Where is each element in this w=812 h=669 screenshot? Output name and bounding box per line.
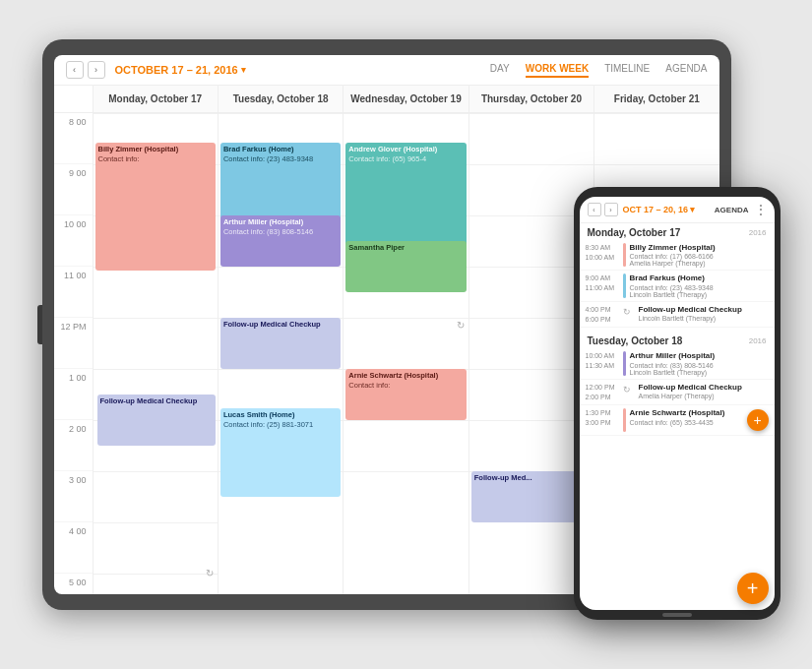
refresh-icon-wed: ↻ — [457, 320, 465, 331]
time-slot-3: 3 00 — [54, 471, 93, 522]
phone-day-name-tuesday: Tuesday, October 18 — [588, 335, 683, 346]
event-title: Follow-up Medical Checkup — [223, 320, 338, 330]
event-title: Billy Zimmer (Hospital) — [98, 145, 213, 154]
day-col-tuesday: Tuesday, October 18 B — [219, 86, 344, 594]
event-followup-mon[interactable]: Follow-up Medical Checkup — [97, 395, 216, 446]
prev-nav-button[interactable]: ‹ — [66, 61, 84, 79]
event-followup-tue[interactable]: Follow-up Medical Checkup — [220, 318, 341, 369]
phone-event-bar — [623, 351, 626, 375]
phone-event-billy-zimmer[interactable]: 8:30 AM 10:00 AM Billy Zimmer (Hospital)… — [580, 240, 775, 271]
day-body-wednesday: Andrew Glover (Hospital) Contact info: (… — [344, 113, 468, 594]
phone-event-time: 10:00 AM 11:30 AM — [586, 351, 619, 371]
event-billy-zimmer-mon[interactable]: Billy Zimmer (Hospital) Contact info: — [95, 143, 216, 271]
phone-event-title: Follow-up Medical Checkup — [639, 305, 769, 315]
event-arnie-schwartz[interactable]: Arnie Schwartz (Hospital) Contact info: — [345, 369, 466, 420]
phone-event-time: 9:00 AM 11:00 AM — [586, 274, 619, 293]
event-title: Arnie Schwartz (Hospital) — [348, 371, 463, 381]
phone-more-button[interactable]: ⋮ — [755, 203, 767, 216]
event-info: Contact info: (25) 881-3071 — [223, 420, 338, 430]
calendar-view-tabs: DAY WORK WEEK TIMELINE AGENDA — [490, 63, 708, 78]
phone-event-detail: Brad Farkus (Home) Contact info: (23) 48… — [630, 274, 769, 297]
event-title: Follow-up Medical Checkup — [100, 396, 213, 406]
day-header-thursday: Thursday, October 20 — [469, 86, 593, 113]
phone-view-tabs: AGENDA — [715, 206, 749, 214]
calendar-date-range: OCTOBER 17 – 21, 2016 — [115, 64, 238, 76]
tab-day[interactable]: DAY — [490, 63, 510, 78]
phone-event-detail: Follow-up Medical Checkup Amelia Harper … — [639, 383, 769, 399]
phone-tab-agenda[interactable]: AGENDA — [715, 206, 749, 214]
phone-calendar-title[interactable]: OCT 17 – 20, 16 ▾ — [623, 205, 696, 214]
tab-timeline[interactable]: TIMELINE — [604, 63, 650, 78]
phone-day-header-tuesday: Tuesday, October 18 2016 — [580, 332, 775, 348]
phone-fab-button[interactable]: + — [737, 573, 769, 604]
refresh-icon-mon: ↻ — [206, 568, 214, 578]
event-info: Contact info: (23) 483-9348 — [223, 154, 338, 164]
phone-day-year-tuesday: 2016 — [749, 336, 767, 345]
phone-event-time: 8:30 AM 10:00 AM — [586, 243, 619, 263]
tab-agenda[interactable]: AGENDA — [665, 63, 707, 78]
scene: ‹ › OCTOBER 17 – 21, 2016 ▾ DAY WORK WEE… — [23, 30, 790, 639]
time-column: 8 00 9 00 10 00 11 00 12 PM 1 00 2 00 3 … — [54, 86, 94, 594]
time-column-header — [54, 86, 93, 113]
phone-event-followup-tue[interactable]: 12:00 PM 2:00 PM ↻ Follow-up Medical Che… — [580, 380, 775, 406]
phone-event-subtitle: Amelia Harper (Therapy) — [639, 393, 769, 399]
time-slot-11: 11 00 — [54, 267, 93, 318]
phone-event-detail: Arthur Miller (Hospital) Contact info: (… — [630, 351, 769, 375]
day-header-friday: Friday, October 21 — [594, 86, 718, 113]
event-info: Contact info: (65) 965-4 — [348, 154, 463, 164]
refresh-icon-phone: ↻ — [623, 307, 631, 317]
tab-workweek[interactable]: WORK WEEK — [526, 63, 589, 78]
phone-event-time: 4:00 PM 6:00 PM — [586, 305, 619, 325]
phone-next-button[interactable]: › — [604, 203, 618, 216]
event-title: Lucas Smith (Home) — [223, 410, 338, 420]
day-header-monday: Monday, October 17 — [94, 86, 218, 113]
event-info: Contact info: (83) 808-5146 — [223, 227, 338, 237]
phone-event-bar — [623, 243, 626, 267]
next-nav-button[interactable]: › — [88, 61, 105, 79]
phone-screen: ‹ › OCT 17 – 20, 16 ▾ AGENDA ⋮ Monday, O… — [580, 197, 775, 610]
phone-event-followup-mon[interactable]: 4:00 PM 6:00 PM ↻ Follow-up Medical Chec… — [580, 302, 775, 329]
day-body-tuesday: Brad Farkus (Home) Contact info: (23) 48… — [219, 113, 343, 594]
phone-event-sub2: Amelia Harper (Therapy) — [630, 260, 769, 267]
phone-event-arthur-miller[interactable]: 10:00 AM 11:30 AM Arthur Miller (Hospita… — [580, 348, 775, 379]
phone-event-bar — [623, 408, 626, 432]
event-title: Arthur Miller (Hospital) — [223, 217, 338, 227]
event-title: Andrew Glover (Hospital) — [348, 145, 463, 154]
time-slot-4: 4 00 — [54, 522, 93, 574]
phone: ‹ › OCT 17 – 20, 16 ▾ AGENDA ⋮ Monday, O… — [574, 187, 781, 620]
phone-event-subtitle: Contact info: (17) 668-6166 — [630, 253, 769, 260]
phone-event-title: Billy Zimmer (Hospital) — [630, 243, 769, 253]
phone-day-name-monday: Monday, October 17 — [588, 227, 681, 238]
calendar-dropdown-icon: ▾ — [241, 65, 246, 75]
phone-calendar-header: ‹ › OCT 17 – 20, 16 ▾ AGENDA ⋮ — [580, 197, 775, 223]
time-slot-12: 12 PM — [54, 318, 93, 369]
calendar-title[interactable]: OCTOBER 17 – 21, 2016 ▾ — [115, 64, 246, 76]
phone-event-arnie-schwartz[interactable]: 1:30 PM 3:00 PM Arnie Schwartz (Hospital… — [580, 405, 775, 436]
phone-prev-button[interactable]: ‹ — [588, 203, 601, 216]
phone-event-subtitle: Contact info: (83) 808-5146 — [630, 362, 769, 369]
phone-agenda: Monday, October 17 2016 8:30 AM 10:00 AM… — [580, 223, 775, 610]
phone-event-brad-farkus[interactable]: 9:00 AM 11:00 AM Brad Farkus (Home) Cont… — [580, 271, 775, 301]
phone-event-title: Arthur Miller (Hospital) — [630, 351, 769, 361]
event-samantha-piper[interactable]: Samantha Piper — [345, 241, 466, 292]
phone-home-button — [662, 613, 692, 617]
phone-event-time: 1:30 PM 3:00 PM — [586, 408, 619, 428]
phone-dropdown-icon: ▾ — [690, 205, 695, 214]
phone-event-sub2: Lincoln Bartlett (Therapy) — [630, 369, 769, 376]
phone-event-time: 12:00 PM 2:00 PM — [586, 383, 619, 402]
phone-event-bar — [623, 274, 626, 297]
event-andrew-glover[interactable]: Andrew Glover (Hospital) Contact info: (… — [345, 143, 466, 251]
tablet-side-button — [37, 305, 42, 344]
day-col-monday: Monday, October 17 — [94, 86, 219, 594]
event-info: Contact info: — [98, 154, 213, 164]
day-header-wednesday: Wednesday, October 19 — [344, 86, 468, 113]
phone-day-header-monday: Monday, October 17 2016 — [580, 223, 775, 240]
phone-day-year-monday: 2016 — [749, 228, 767, 237]
event-lucas-smith[interactable]: Lucas Smith (Home) Contact info: (25) 88… — [220, 408, 341, 497]
event-arthur-miller[interactable]: Arthur Miller (Hospital) Contact info: (… — [220, 215, 341, 267]
phone-small-fab[interactable]: + — [747, 409, 769, 431]
event-title: Brad Farkus (Home) — [223, 145, 338, 154]
event-title: Follow-up Med... — [474, 473, 589, 483]
time-slot-9: 9 00 — [54, 164, 93, 215]
refresh-icon-phone: ↻ — [623, 385, 631, 395]
